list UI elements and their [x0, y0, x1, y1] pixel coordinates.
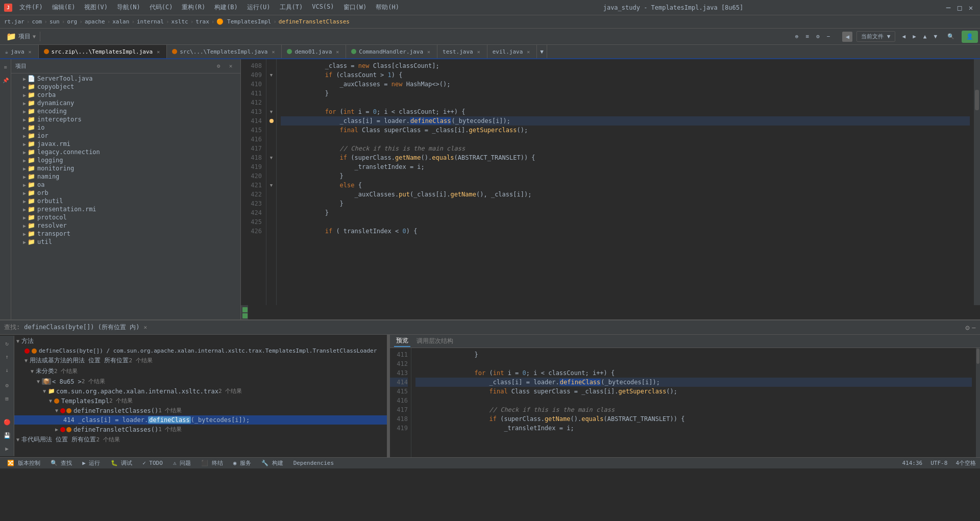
- tab-templatesimpl-zip[interactable]: src.zip\...\TemplatesImpl.java ✕: [39, 45, 167, 58]
- current-file-btn[interactable]: 当前文件 ▼: [856, 31, 895, 42]
- menu-refactor[interactable]: 重构(R): [178, 2, 209, 13]
- tab-templatesimpl-src[interactable]: src\...\TemplatesImpl.java ✕: [167, 45, 282, 58]
- result-unclassified[interactable]: ▼ 未分类 2 个结果: [14, 366, 387, 377]
- nav-forward[interactable]: ▶: [910, 32, 919, 41]
- breadcrumb-org[interactable]: org: [67, 18, 77, 25]
- tree-item-copyobject[interactable]: ▶ 📁 copyobject: [11, 83, 240, 91]
- tab-templatesimpl-zip-close[interactable]: ✕: [155, 48, 161, 55]
- nav-up[interactable]: ▲: [920, 32, 930, 41]
- tab-test[interactable]: test.java ✕: [437, 45, 487, 58]
- status-deps[interactable]: Dependencies: [290, 458, 337, 468]
- panel-settings-btn[interactable]: ⚙: [965, 324, 969, 332]
- menu-tools[interactable]: 工具(T): [276, 2, 307, 13]
- status-run[interactable]: ▶ 运行: [79, 458, 103, 468]
- result-method2[interactable]: ▶ defineTransletClasses() 1 个结果: [14, 425, 387, 434]
- result-down[interactable]: ↓: [2, 364, 13, 376]
- section-methods[interactable]: ▼ 方法: [14, 336, 387, 346]
- status-vcs[interactable]: 🔀 版本控制: [4, 458, 43, 468]
- scrollbar-thumb[interactable]: [975, 90, 979, 110]
- code-content[interactable]: _class = new Class[classCount]; if (clas…: [277, 59, 974, 305]
- editor-scrollbar[interactable]: [974, 59, 980, 305]
- minimize-button[interactable]: ─: [943, 3, 953, 13]
- result-noncode[interactable]: ▼ 非代码用法 位置 所有位置 2 个结果: [14, 434, 387, 445]
- tab-test-close[interactable]: ✕: [476, 48, 482, 55]
- tree-item-util[interactable]: ▶ 📁 util: [11, 238, 240, 246]
- left-btn1[interactable]: ≡: [0, 61, 11, 72]
- menu-navigate[interactable]: 导航(N): [113, 2, 144, 13]
- result-up[interactable]: ↑: [2, 351, 13, 362]
- breadcrumb-method[interactable]: defineTransletClasses: [279, 18, 350, 25]
- tab-commandhandler-close[interactable]: ✕: [426, 48, 432, 55]
- tree-item-javax-rmi[interactable]: ▶ 📁 javax.rmi: [11, 140, 240, 148]
- result-refresh[interactable]: ↻: [2, 338, 13, 349]
- gear-btn[interactable]: ⚙: [813, 32, 823, 41]
- close-button[interactable]: ✕: [966, 3, 976, 13]
- menu-code[interactable]: 代码(C): [145, 2, 177, 13]
- result-defineclass[interactable]: defineClass(byte[]) / com.sun.org.apache…: [14, 346, 387, 355]
- status-find[interactable]: 🔍 查找: [47, 458, 76, 468]
- status-build[interactable]: 🔧 构建: [258, 458, 286, 468]
- tree-item-resolver[interactable]: ▶ 📁 resolver: [11, 221, 240, 230]
- tab-demo01-close[interactable]: ✕: [334, 48, 340, 55]
- sidebar-gear[interactable]: ⚙: [213, 61, 224, 72]
- menu-file[interactable]: 文件(F): [15, 2, 47, 13]
- fold-413[interactable]: ▼: [266, 107, 276, 116]
- menu-build[interactable]: 构建(B): [210, 2, 242, 13]
- menu-view[interactable]: 视图(V): [80, 2, 112, 13]
- tree-item-corba[interactable]: ▶ 📁 corba: [11, 91, 240, 99]
- minus-btn[interactable]: −: [824, 32, 834, 41]
- tree-item-servertool[interactable]: ▶ 📄 ServerTool.java: [11, 75, 240, 83]
- project-dropdown[interactable]: ▼: [33, 34, 36, 39]
- status-terminal[interactable]: ⬛ 终结: [198, 458, 226, 468]
- tab-more[interactable]: ▼: [537, 45, 547, 58]
- tree-item-encoding[interactable]: ▶ 📁 encoding: [11, 107, 240, 115]
- search-close-icon[interactable]: ✕: [143, 324, 147, 331]
- tab-evil-close[interactable]: ✕: [525, 48, 531, 55]
- breadcrumb-sun[interactable]: sun: [50, 18, 60, 25]
- tab-call-hierarchy[interactable]: 调用层次结构: [414, 336, 455, 346]
- sidebar-close[interactable]: ✕: [225, 61, 236, 72]
- menu-vcs[interactable]: VCS(S): [308, 2, 338, 13]
- tree-item-logging[interactable]: ▶ 📁 logging: [11, 156, 240, 164]
- breadcrumb-trax[interactable]: trax: [195, 18, 209, 25]
- breadcrumb-internal[interactable]: internal: [137, 18, 164, 25]
- tree-item-ior[interactable]: ▶ 📁 ior: [11, 132, 240, 140]
- tab-preview[interactable]: 预览: [394, 335, 410, 347]
- result-gear[interactable]: ⚙: [2, 380, 13, 391]
- tree-item-interceptors[interactable]: ▶ 📁 interceptors: [11, 115, 240, 123]
- fold-418[interactable]: ▼: [266, 153, 276, 162]
- tab-demo01[interactable]: demo01.java ✕: [282, 45, 346, 58]
- tree-item-orbutil[interactable]: ▶ 📁 orbutil: [11, 197, 240, 205]
- menu-edit[interactable]: 编辑(E): [48, 2, 80, 13]
- breadcrumb-apache[interactable]: apache: [85, 18, 105, 25]
- tab-commandhandler[interactable]: CommandHandler.java ✕: [346, 45, 437, 58]
- tree-item-transport[interactable]: ▶ 📁 transport: [11, 230, 240, 238]
- tree-item-protocol[interactable]: ▶ 📁 protocol: [11, 213, 240, 221]
- tree-item-oa[interactable]: ▶ 📁 oa: [11, 181, 240, 189]
- nav-down[interactable]: ▼: [930, 32, 940, 41]
- panel-collapse-btn[interactable]: −: [972, 324, 976, 332]
- tree-item-dynamicany[interactable]: ▶ 📁 dynamicany: [11, 99, 240, 107]
- search-btn[interactable]: 🔍: [944, 32, 958, 41]
- result-extra3[interactable]: ▶: [2, 443, 13, 454]
- back-btn[interactable]: ◀: [842, 32, 852, 42]
- menu-window[interactable]: 窗口(W): [339, 2, 371, 13]
- preview-scrollbar[interactable]: [976, 348, 980, 457]
- fold-409[interactable]: ▼: [266, 70, 276, 80]
- tree-item-monitoring[interactable]: ▶ 📁 monitoring: [11, 164, 240, 172]
- status-todo[interactable]: ✓ TODO: [139, 458, 166, 468]
- status-services[interactable]: ◉ 服务: [230, 458, 254, 468]
- fold-421[interactable]: ▼: [266, 181, 276, 190]
- align-btn[interactable]: ≡: [802, 32, 812, 41]
- breadcrumb-com[interactable]: com: [32, 18, 42, 25]
- user-avatar[interactable]: 👤: [962, 31, 978, 43]
- status-problems[interactable]: ⚠ 问题: [170, 458, 194, 468]
- status-debug[interactable]: 🐛 调试: [108, 458, 136, 468]
- result-method1[interactable]: ▼ defineTransletClasses() 1 个结果: [14, 406, 387, 415]
- tree-item-legacy-connection[interactable]: ▶ 📁 legacy.connection: [11, 148, 240, 156]
- status-encoding[interactable]: UTF-8: [930, 460, 947, 466]
- result-8u65[interactable]: ▼ 📦 < 8u65 > 2 个结果: [14, 377, 387, 386]
- tree-item-orb[interactable]: ▶ 📁 orb: [11, 189, 240, 197]
- breadcrumb-xalan[interactable]: xalan: [112, 18, 129, 25]
- result-package[interactable]: ▼ 📁 com.sun.org.apache.xalan.internal.xs…: [14, 386, 387, 396]
